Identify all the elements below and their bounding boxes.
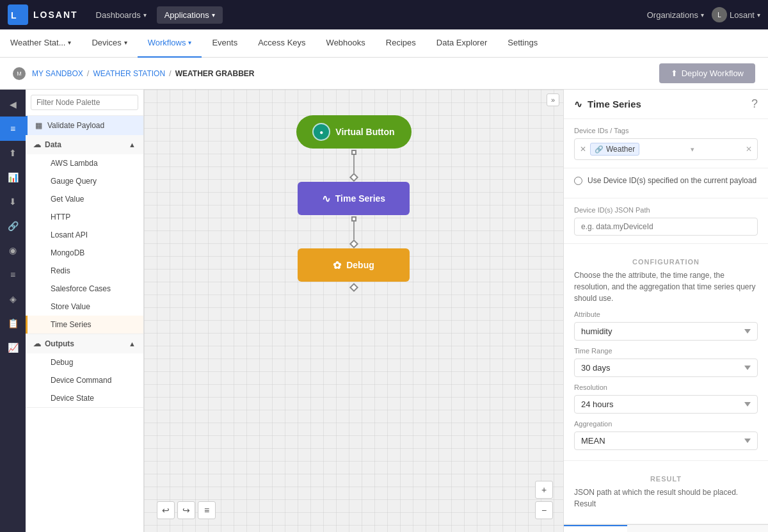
nav-organizations[interactable]: Organizations ▾ bbox=[647, 10, 704, 20]
nav-dashboards[interactable]: Dashboards ▾ bbox=[88, 6, 154, 24]
subnav-webhooks[interactable]: Webhooks bbox=[316, 29, 376, 58]
tag-link-icon: 🔗 bbox=[595, 145, 604, 154]
time-range-label: Time Range bbox=[574, 347, 758, 355]
breadcrumb-bar: M MY SANDBOX / WEATHER STATION / WEATHER… bbox=[0, 58, 768, 90]
tab-properties[interactable]: ▦ Properties bbox=[564, 525, 627, 533]
palette-section-outputs-header[interactable]: ☁ Outputs ▲ bbox=[26, 334, 143, 353]
nav-applications[interactable]: Applications ▾ bbox=[157, 6, 223, 24]
zoom-in-button[interactable]: + bbox=[535, 481, 553, 499]
node-palette: ▦ Validate Payload ☁ Data ▲ AWS Lambda G… bbox=[26, 90, 144, 532]
palette-item-salesforce-cases[interactable]: Salesforce Cases bbox=[26, 280, 143, 298]
device-id-path-input[interactable] bbox=[574, 218, 758, 236]
cat-icon-diamond[interactable]: ◈ bbox=[0, 287, 26, 311]
time-series-icon: ∿ bbox=[322, 193, 330, 205]
breadcrumb-separator: / bbox=[169, 69, 172, 78]
tab-globals[interactable]: ◈ Globals bbox=[678, 525, 731, 533]
palette-item-time-series[interactable]: Time Series bbox=[26, 316, 143, 334]
palette-area: ◀ ≡ ⬆ 📊 ⬇ 🔗 ◉ ≡ ◈ 📋 📈 ▦ Validate Payload bbox=[0, 90, 144, 532]
breadcrumb-weather-station[interactable]: WEATHER STATION bbox=[93, 69, 165, 78]
cat-icon-trending[interactable]: 📈 bbox=[0, 335, 26, 360]
subnav-settings[interactable]: Settings bbox=[497, 29, 548, 58]
subnav-data-explorer[interactable]: Data Explorer bbox=[426, 29, 497, 58]
cat-icon-clipboard[interactable]: 📋 bbox=[0, 311, 26, 335]
breadcrumb-my-sandbox[interactable]: MY SANDBOX bbox=[32, 69, 83, 78]
palette-section-data: ☁ Data ▲ AWS Lambda Gauge Query Get Valu… bbox=[26, 135, 143, 334]
upload-icon: ⬆ bbox=[671, 69, 678, 78]
nav-user[interactable]: L Losant ▾ bbox=[712, 7, 760, 22]
palette-filter-input[interactable] bbox=[31, 95, 138, 110]
cat-icon-link[interactable]: 🔗 bbox=[0, 214, 26, 238]
canvas-menu-button[interactable]: ≡ bbox=[198, 501, 216, 519]
palette-item-store-value[interactable]: Store Value bbox=[26, 298, 143, 316]
palette-item-get-value[interactable]: Get Value bbox=[26, 190, 143, 208]
attribute-field: Attribute humidity temperature pressure bbox=[574, 310, 758, 341]
device-ids-input[interactable]: ✕ 🔗 Weather ▾ ✕ bbox=[574, 138, 758, 160]
tab-storage[interactable]: ▪ Storage bbox=[731, 525, 768, 533]
resolution-field: Resolution 1 hour 6 hours 12 hours 24 ho… bbox=[574, 383, 758, 414]
aggregation-label: Aggregation bbox=[574, 420, 758, 428]
use-device-id-section: Use Device ID(s) specified on the curren… bbox=[564, 168, 768, 198]
aggregation-select[interactable]: MEAN SUM MIN MAX COUNT bbox=[574, 431, 758, 450]
svg-text:L: L bbox=[11, 10, 17, 20]
tag-dropdown-chevron[interactable]: ▾ bbox=[691, 145, 694, 154]
breadcrumb-current: WEATHER GRABBER bbox=[175, 69, 255, 78]
palette-item-device-command[interactable]: Device Command bbox=[26, 371, 143, 389]
cat-icon-upload[interactable]: ⬆ bbox=[0, 141, 26, 165]
validate-payload-item[interactable]: ▦ Validate Payload bbox=[26, 116, 143, 135]
time-range-select[interactable]: 1 hour 6 hours 24 hours 7 days 30 days 9… bbox=[574, 359, 758, 377]
cat-icon-target[interactable]: ◉ bbox=[0, 238, 26, 262]
weather-tag[interactable]: 🔗 Weather bbox=[590, 143, 639, 156]
redo-button[interactable]: ↪ bbox=[177, 501, 195, 519]
breadcrumb: M MY SANDBOX / WEATHER STATION / WEATHER… bbox=[13, 67, 255, 80]
result-divider: RESULT bbox=[574, 469, 758, 487]
cat-icon-download[interactable]: ⬇ bbox=[0, 189, 26, 214]
tab-debug[interactable]: ◉ Debug bbox=[627, 525, 678, 533]
configuration-section: CONFIGURATION Choose the the attribute, … bbox=[564, 244, 768, 461]
palette-item-losant-api[interactable]: Losant API bbox=[26, 226, 143, 244]
time-series-title-icon: ∿ bbox=[574, 99, 582, 110]
device-ids-label: Device IDs / Tags bbox=[574, 127, 758, 134]
configuration-divider: CONFIGURATION bbox=[574, 252, 758, 270]
use-device-id-radio[interactable] bbox=[574, 177, 582, 185]
subnav-devices[interactable]: Devices ▾ bbox=[81, 29, 137, 58]
panel-collapse-button[interactable]: » bbox=[547, 93, 559, 106]
palette-item-gauge-query[interactable]: Gauge Query bbox=[26, 172, 143, 190]
resolution-select[interactable]: 1 hour 6 hours 12 hours 24 hours 7 days bbox=[574, 395, 758, 414]
bottom-tabs: ▦ Properties ◉ Debug ◈ Globals ▪ Storage bbox=[564, 524, 768, 532]
palette-section-data-header[interactable]: ☁ Data ▲ bbox=[26, 135, 143, 154]
node-debug[interactable]: ✿ Debug bbox=[298, 248, 410, 282]
subnav-workflows[interactable]: Workflows ▾ bbox=[138, 29, 202, 58]
undo-button[interactable]: ↩ bbox=[157, 501, 175, 519]
subnav-weather-stat[interactable]: Weather Stat... ▾ bbox=[0, 29, 81, 58]
tag-clear-button[interactable]: ✕ bbox=[746, 145, 752, 154]
logo-area[interactable]: L LOSANT bbox=[8, 4, 78, 25]
tag-remove-button[interactable]: ✕ bbox=[580, 145, 586, 154]
subnav-events[interactable]: Events bbox=[202, 29, 248, 58]
resolution-label: Resolution bbox=[574, 383, 758, 391]
cat-icon-list[interactable]: ≡ bbox=[0, 262, 26, 287]
cat-icon-menu[interactable]: ≡ bbox=[0, 117, 26, 141]
attribute-select[interactable]: humidity temperature pressure bbox=[574, 322, 758, 341]
palette-item-mongodb[interactable]: MongoDB bbox=[26, 244, 143, 262]
connector-1 bbox=[353, 149, 355, 182]
deploy-workflow-button[interactable]: ⬆ Deploy Workflow bbox=[659, 63, 755, 83]
user-avatar: L bbox=[712, 7, 727, 22]
palette-item-aws-lambda[interactable]: AWS Lambda bbox=[26, 154, 143, 172]
breadcrumb-separator: / bbox=[87, 69, 90, 78]
cat-icon-chart[interactable]: 📊 bbox=[0, 165, 26, 189]
chevron-down-icon: ▾ bbox=[212, 12, 215, 19]
cat-icon-collapse[interactable]: ◀ bbox=[0, 92, 26, 117]
palette-item-redis[interactable]: Redis bbox=[26, 262, 143, 280]
right-panel-help-button[interactable]: ? bbox=[751, 97, 758, 111]
zoom-out-button[interactable]: − bbox=[535, 501, 553, 519]
subnav-recipes[interactable]: Recipes bbox=[376, 29, 426, 58]
workflow-canvas[interactable]: ● Virtual Button ∿ Time Series bbox=[144, 90, 563, 532]
node-time-series[interactable]: ∿ Time Series bbox=[298, 182, 410, 215]
node-virtual-button[interactable]: ● Virtual Button bbox=[296, 115, 412, 149]
losant-logo-icon: L bbox=[8, 4, 28, 25]
category-icons: ◀ ≡ ⬆ 📊 ⬇ 🔗 ◉ ≡ ◈ 📋 📈 bbox=[0, 90, 26, 532]
palette-item-debug[interactable]: Debug bbox=[26, 353, 143, 371]
subnav-access-keys[interactable]: Access Keys bbox=[248, 29, 316, 58]
palette-item-device-state[interactable]: Device State bbox=[26, 389, 143, 407]
palette-item-http[interactable]: HTTP bbox=[26, 208, 143, 226]
